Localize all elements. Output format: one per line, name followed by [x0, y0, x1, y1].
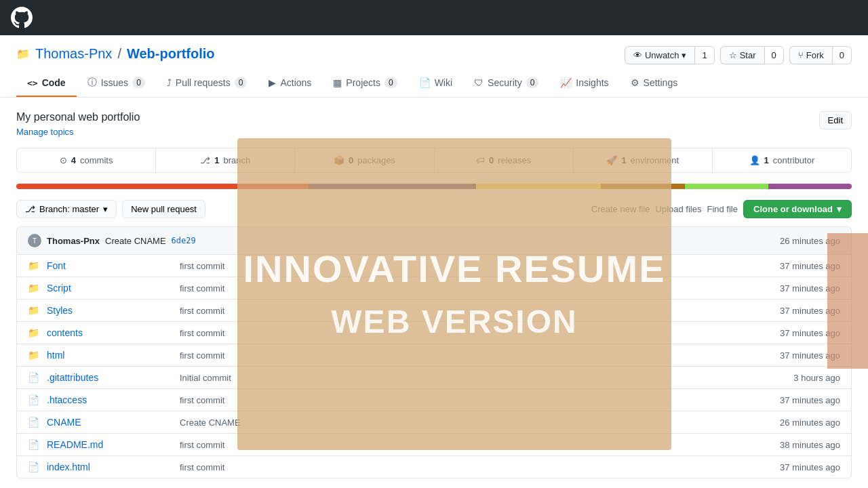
pr-icon: ⤴: [167, 77, 172, 88]
folder-icon: 📁: [28, 327, 41, 338]
file-commit-message: first commit: [169, 462, 759, 472]
commits-label: commits: [80, 155, 113, 165]
tab-wiki[interactable]: 📄 Wiki: [408, 70, 463, 97]
contributors-stat[interactable]: 👤 1 contributor: [713, 148, 851, 172]
fork-button[interactable]: ⑂ Fork: [789, 46, 833, 64]
find-file-link[interactable]: Find file: [707, 204, 738, 214]
branches-count: 1: [214, 155, 219, 165]
commit-message[interactable]: Create CNAME: [105, 236, 166, 246]
fork-count[interactable]: 0: [833, 46, 852, 64]
file-time: 37 minutes ago: [759, 462, 840, 472]
tab-insights[interactable]: 📈 Insights: [549, 70, 619, 97]
repo-icon: 📁: [16, 47, 30, 60]
fork-icon: ⑂: [798, 50, 804, 60]
star-count[interactable]: 0: [765, 46, 784, 64]
repo-owner[interactable]: Thomas-Pnx: [35, 46, 112, 62]
actions-icon: ▶: [269, 77, 276, 88]
file-name-link[interactable]: html: [47, 350, 169, 361]
pr-badge: 0: [235, 77, 248, 88]
issues-icon: ⓘ: [87, 77, 97, 89]
repo-name[interactable]: Web-portfolio: [127, 46, 215, 62]
tab-pull-requests[interactable]: ⤴ Pull requests 0: [156, 70, 258, 97]
branches-icon: ⎇: [200, 155, 210, 165]
branch-icon: ⎇: [25, 204, 35, 214]
file-icon: 📄: [28, 462, 41, 472]
file-time: 26 minutes ago: [759, 418, 840, 428]
fork-group: ⑂ Fork 0: [789, 46, 852, 64]
tab-actions[interactable]: ▶ Actions: [258, 70, 322, 97]
table-row: 📄index.htmlfirst commit37 minutes ago: [17, 456, 851, 478]
security-badge: 0: [526, 77, 539, 88]
repo-tabs: <> Code ⓘ Issues 0 ⤴ Pull requests 0 ▶ A…: [16, 70, 852, 97]
tab-issues[interactable]: ⓘ Issues 0: [77, 70, 156, 97]
watch-button[interactable]: 👁 Unwatch ▾: [625, 46, 696, 64]
folder-icon: 📁: [28, 283, 41, 293]
watch-group: 👁 Unwatch ▾ 1: [625, 46, 715, 64]
tab-code[interactable]: <> Code: [16, 70, 77, 97]
avatar: T: [28, 234, 41, 247]
watch-count[interactable]: 1: [695, 46, 714, 64]
overlay-line1: INNOVATIVE RESUME: [243, 248, 665, 290]
star-icon: ☆: [729, 50, 737, 60]
commit-author[interactable]: Thomas-Pnx: [47, 236, 100, 246]
overlay-promo: INNOVATIVE RESUME WEB VERSION: [237, 138, 671, 450]
branch-label: Branch: master: [39, 204, 99, 214]
file-icon: 📄: [28, 417, 41, 428]
chevron-down-icon: ▾: [103, 204, 108, 214]
file-name-link[interactable]: .gitattributes: [47, 372, 169, 383]
file-name-link[interactable]: README.md: [47, 439, 169, 450]
file-icon: 📄: [28, 394, 41, 405]
watch-icon: 👁: [633, 50, 642, 60]
file-name-link[interactable]: contents: [47, 327, 169, 338]
branch-selector[interactable]: ⎇ Branch: master ▾: [16, 200, 117, 218]
side-decoration: [827, 233, 868, 369]
file-name-link[interactable]: Script: [47, 283, 169, 293]
clone-or-download-button[interactable]: Clone or download ▾: [743, 200, 852, 218]
wiki-icon: 📄: [419, 77, 431, 88]
issues-badge: 0: [132, 77, 145, 88]
lang-segment: [685, 184, 768, 189]
file-time: 37 minutes ago: [759, 395, 840, 405]
star-group: ☆ Star 0: [720, 46, 784, 64]
contributors-label: contributor: [773, 155, 814, 165]
star-button[interactable]: ☆ Star: [720, 46, 765, 64]
file-name-link[interactable]: index.html: [47, 462, 169, 472]
contributors-count: 1: [764, 155, 769, 165]
folder-icon: 📁: [28, 305, 41, 316]
file-time: 38 minutes ago: [759, 440, 840, 450]
repo-separator: /: [117, 46, 121, 62]
commits-icon: ⊙: [60, 155, 67, 165]
code-icon: <>: [27, 78, 38, 88]
new-pull-request-button[interactable]: New pull request: [122, 200, 205, 218]
file-name-link[interactable]: Font: [47, 260, 169, 271]
file-name-link[interactable]: .htaccess: [47, 394, 169, 405]
watch-chevron-icon: ▾: [682, 50, 686, 60]
overlay-line2: WEB VERSION: [331, 303, 577, 340]
folder-icon: 📁: [28, 260, 41, 271]
file-name-link[interactable]: Styles: [47, 305, 169, 316]
repo-description: My personal web portfolio: [16, 111, 852, 123]
file-time: 3 hours ago: [759, 373, 840, 383]
security-icon: 🛡: [474, 77, 484, 88]
lang-segment: [768, 184, 852, 189]
settings-icon: ⚙: [631, 77, 639, 88]
tab-projects[interactable]: ▦ Projects 0: [322, 70, 408, 97]
insights-icon: 📈: [560, 77, 572, 88]
edit-button[interactable]: Edit: [819, 111, 852, 129]
manage-topics-link[interactable]: Manage topics: [16, 127, 74, 137]
contributors-icon: 👤: [749, 155, 760, 165]
tab-settings[interactable]: ⚙ Settings: [620, 70, 689, 97]
file-icon: 📄: [28, 372, 41, 383]
github-logo-icon: [11, 7, 33, 28]
commits-count: 4: [71, 155, 76, 165]
file-icon: 📄: [28, 439, 41, 450]
projects-badge: 0: [384, 77, 397, 88]
file-name-link[interactable]: CNAME: [47, 417, 169, 428]
projects-icon: ▦: [333, 77, 342, 88]
commits-stat[interactable]: ⊙ 4 commits: [17, 148, 156, 172]
commit-hash[interactable]: 6de29: [172, 236, 196, 245]
clone-chevron-icon: ▾: [837, 204, 842, 214]
folder-icon: 📁: [28, 350, 41, 361]
tab-security[interactable]: 🛡 Security 0: [463, 70, 549, 97]
clone-label: Clone or download: [753, 204, 833, 214]
